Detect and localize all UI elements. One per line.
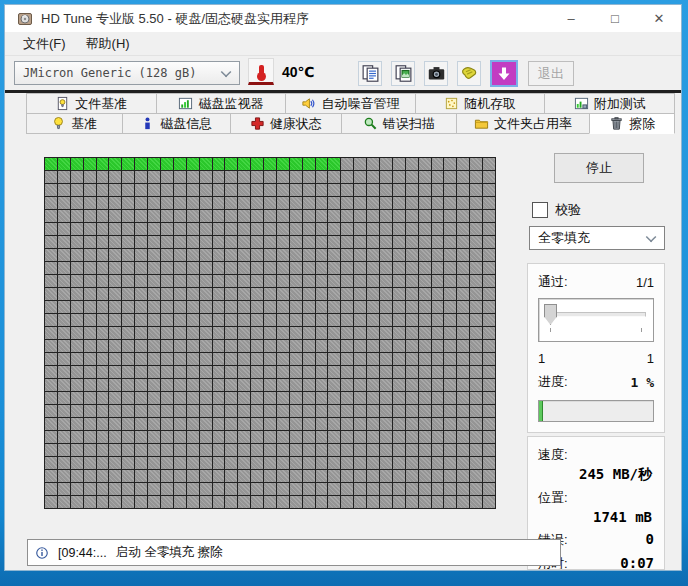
grid-cell: [109, 379, 121, 391]
grid-cell: [238, 353, 250, 365]
tab-speaker[interactable]: 自动噪音管理: [285, 93, 416, 114]
grid-cell: [84, 470, 96, 482]
grid-cell: [406, 223, 418, 235]
grid-cell: [213, 418, 225, 430]
grid-cell: [264, 327, 276, 339]
grid-cell: [341, 431, 353, 443]
grid-cell: [470, 262, 482, 274]
grid-cell: [444, 171, 456, 183]
grid-cell: [213, 353, 225, 365]
grid-cell: [148, 470, 160, 482]
grid-cell: [84, 340, 96, 352]
grid-cell: [58, 262, 70, 274]
tab-health[interactable]: 健康状态: [230, 113, 342, 134]
grid-cell: [444, 444, 456, 456]
download-icon: [495, 65, 513, 83]
grid-cell: [251, 171, 263, 183]
grid-cell: [444, 392, 456, 404]
tab-folder[interactable]: 文件夹占用率: [456, 113, 591, 134]
camera-button[interactable]: [424, 61, 448, 86]
grid-cell: [97, 288, 109, 300]
erase-method-select[interactable]: 全零填充: [529, 226, 665, 250]
grid-cell: [122, 496, 134, 508]
grid-cell: [290, 210, 302, 222]
download-button[interactable]: [490, 60, 518, 87]
stop-button[interactable]: 停止: [554, 153, 644, 183]
verify-option[interactable]: 校验: [532, 201, 581, 219]
grid-cell: [290, 249, 302, 261]
grid-cell: [238, 444, 250, 456]
grid-cell: [174, 327, 186, 339]
grid-cell: [354, 418, 366, 430]
exit-button[interactable]: 退出: [528, 61, 574, 86]
grid-cell: [187, 223, 199, 235]
grid-cell: [419, 457, 431, 469]
grid-cell: [483, 275, 495, 287]
tab-extra-tests[interactable]: 附加测试: [544, 93, 675, 114]
grid-cell: [225, 431, 237, 443]
grid-cell: [290, 496, 302, 508]
grid-cell: [97, 301, 109, 313]
grid-cell: [380, 470, 392, 482]
grid-cell: [200, 483, 212, 495]
grid-cell: [97, 340, 109, 352]
tab-file-benchmark[interactable]: 文件基准: [26, 93, 157, 114]
grid-cell: [135, 405, 147, 417]
pass-slider[interactable]: [538, 298, 654, 342]
menu-item-1[interactable]: 帮助(H): [76, 33, 140, 55]
grid-cell: [58, 210, 70, 222]
verify-checkbox[interactable]: [532, 202, 548, 218]
grid-cell: [328, 171, 340, 183]
tab-random-access[interactable]: 随机存取: [415, 93, 546, 114]
tab-bulb[interactable]: 基准: [26, 113, 123, 134]
grid-cell: [367, 288, 379, 300]
maximize-button[interactable]: □: [593, 5, 637, 32]
grid-cell: [264, 470, 276, 482]
grid-cell: [457, 457, 469, 469]
grid-cell: [290, 197, 302, 209]
grid-cell: [122, 158, 134, 170]
tab-row-2: 基准磁盘信息健康状态错误扫描文件夹占用率擦除: [27, 113, 675, 134]
grid-cell: [97, 366, 109, 378]
grid-cell: [367, 223, 379, 235]
verify-label: 校验: [555, 201, 581, 219]
grid-cell: [148, 197, 160, 209]
grid-cell: [444, 236, 456, 248]
grid-cell: [354, 314, 366, 326]
grid-cell: [135, 353, 147, 365]
menu-item-0[interactable]: 文件(F): [13, 33, 76, 55]
grid-cell: [84, 262, 96, 274]
tab-disk-monitor[interactable]: 磁盘监视器: [156, 93, 287, 114]
grid-cell: [45, 262, 57, 274]
temperature-button[interactable]: [248, 58, 274, 85]
stat-value: 0: [646, 531, 654, 547]
copy-text-button[interactable]: [358, 61, 382, 86]
copy-image-button[interactable]: [391, 61, 415, 86]
minimize-button[interactable]: –: [549, 5, 593, 32]
close-button[interactable]: ✕: [637, 5, 681, 32]
chevron-down-icon: [221, 67, 232, 78]
slider-handle[interactable]: [544, 304, 557, 325]
tab-error-scan[interactable]: 错误扫描: [341, 113, 457, 134]
grid-cell: [109, 470, 121, 482]
grid-cell: [109, 275, 121, 287]
grid-cell: [122, 275, 134, 287]
grid-cell: [406, 379, 418, 391]
grid-cell: [290, 288, 302, 300]
grid-cell: [419, 483, 431, 495]
tab-disk-info[interactable]: 磁盘信息: [122, 113, 231, 134]
grid-cell: [135, 496, 147, 508]
grid-cell: [393, 262, 405, 274]
grid-cell: [109, 405, 121, 417]
grid-cell: [316, 405, 328, 417]
grid-cell: [341, 249, 353, 261]
device-select[interactable]: JMicron Generic (128 gB): [14, 61, 240, 85]
grid-cell: [406, 301, 418, 313]
stat-value: 245 MB/秒: [538, 466, 654, 484]
grid-cell: [264, 496, 276, 508]
tab-trash[interactable]: 擦除: [589, 113, 675, 134]
grid-cell: [200, 444, 212, 456]
grid-cell: [457, 262, 469, 274]
grid-cell: [135, 470, 147, 482]
hand-button[interactable]: [457, 61, 481, 86]
